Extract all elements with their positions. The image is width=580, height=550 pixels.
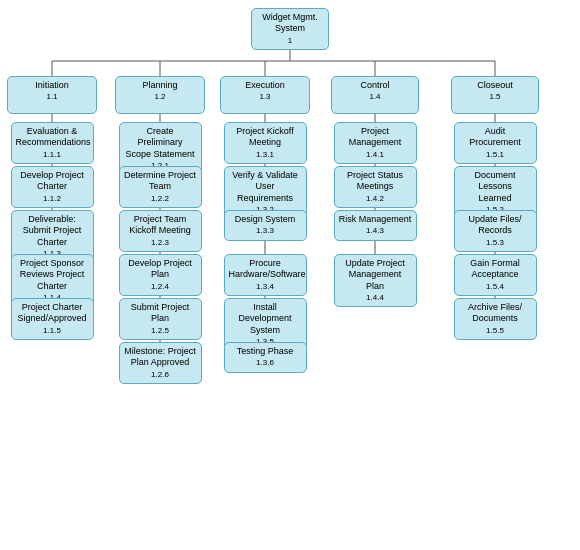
node-id: 1.3.4 — [256, 282, 274, 291]
node-id: 1.4.3 — [366, 226, 384, 235]
node-label: Update Files/ — [468, 214, 521, 224]
node-label: Develop Project — [128, 258, 192, 268]
node-id: 1.5 — [489, 92, 500, 101]
node-label: Design System — [235, 214, 296, 224]
node-label: Develop Project — [20, 170, 84, 180]
node-id: 1.2.4 — [151, 282, 169, 291]
node-id: 1.1.2 — [43, 194, 61, 203]
node-1.1.5: Project CharterSigned/Approved1.1.5 — [11, 298, 94, 340]
node-label: System — [250, 325, 280, 335]
node-label: Charter — [37, 281, 67, 291]
node-1.4.2: Project StatusMeetings1.4.2 — [334, 166, 417, 208]
node-id: 1.1.5 — [43, 326, 61, 335]
node-label: Execution — [245, 80, 285, 90]
node-id: 1.5.4 — [486, 282, 504, 291]
node-label: Determine Project — [124, 170, 196, 180]
node-label: Records — [478, 225, 512, 235]
node-label: Project — [361, 126, 389, 136]
node-1.5.3: Update Files/Records1.5.3 — [454, 210, 537, 252]
node-label: Meetings — [357, 181, 394, 191]
node-label: Project Sponsor — [20, 258, 84, 268]
node-id: 1.5.1 — [486, 150, 504, 159]
node-label: Reviews Project — [20, 269, 85, 279]
node-id: 1.5.5 — [486, 326, 504, 335]
node-1.3.3: Design System1.3.3 — [224, 210, 307, 241]
node-label: Scope Statement — [125, 149, 194, 159]
node-id: 1.2 — [154, 92, 165, 101]
node-label: Closeout — [477, 80, 513, 90]
node-id: 1.3 — [259, 92, 270, 101]
node-label: Recommendations — [16, 137, 91, 147]
node-1.2.5: Submit ProjectPlan1.2.5 — [119, 298, 202, 340]
node-label: Development — [238, 313, 291, 323]
node-label: Management Plan — [349, 269, 402, 290]
node-label: Project Team — [134, 214, 186, 224]
node-1.2: Planning1.2 — [115, 76, 205, 114]
node-label: Create Preliminary — [137, 126, 182, 147]
node-1.3.4: ProcureHardware/Software1.3.4 — [224, 254, 307, 296]
node-1.2.4: Develop ProjectPlan1.2.4 — [119, 254, 202, 296]
node-1.5: Closeout1.5 — [451, 76, 539, 114]
node-1.4: Control1.4 — [331, 76, 419, 114]
node-id: 1.2.6 — [151, 370, 169, 379]
node-1.1.1: Evaluation &Recommendations1.1.1 — [11, 122, 94, 164]
node-id: 1.3.6 — [256, 358, 274, 367]
node-id: 1.2.5 — [151, 326, 169, 335]
node-label: Submit Project — [131, 302, 190, 312]
node-label: Document Lessons — [474, 170, 515, 191]
node-1.3.6: Testing Phase1.3.6 — [224, 342, 307, 373]
node-1.2.3: Project TeamKickoff Meeting1.2.3 — [119, 210, 202, 252]
node-1.4.4: Update ProjectManagement Plan1.4.4 — [334, 254, 417, 307]
node-id: 1.1.1 — [43, 150, 61, 159]
node-label: Plan — [151, 313, 169, 323]
node-label: Planning — [142, 80, 177, 90]
node-id: 1.2.3 — [151, 238, 169, 247]
node-label: Learned — [478, 193, 511, 203]
node-label: Meeting — [249, 137, 281, 147]
org-chart: Widget Mgmt.System1Initiation1.1Planning… — [0, 0, 580, 550]
node-label: Initiation — [35, 80, 69, 90]
node-id: 1.3.1 — [256, 150, 274, 159]
node-label: Signed/Approved — [17, 313, 86, 323]
node-id: 1.4.2 — [366, 194, 384, 203]
node-label: Gain Formal — [470, 258, 520, 268]
node-label: Submit Project — [23, 225, 82, 235]
node-1.3: Execution1.3 — [220, 76, 310, 114]
node-label: Project Charter — [22, 302, 83, 312]
node-label: Control — [360, 80, 389, 90]
node-1.3.1: Project KickoffMeeting1.3.1 — [224, 122, 307, 164]
node-id: 1.4 — [369, 92, 380, 101]
node-1.5.4: Gain FormalAcceptance1.5.4 — [454, 254, 537, 296]
node-1.4.3: Risk Management1.4.3 — [334, 210, 417, 241]
node-label: Verify & Validate — [232, 170, 297, 180]
node-label: Charter — [37, 237, 67, 247]
node-label: Documents — [472, 313, 518, 323]
node-1.2.6: Milestone: ProjectPlan Approved1.2.6 — [119, 342, 202, 384]
node-label: System — [275, 23, 305, 33]
node-label: Plan — [151, 269, 169, 279]
node-1.1: Initiation1.1 — [7, 76, 97, 114]
node-id: 1.2.2 — [151, 194, 169, 203]
node-label: Widget Mgmt. — [262, 12, 318, 22]
node-label: Risk Management — [339, 214, 412, 224]
node-1.5.5: Archive Files/Documents1.5.5 — [454, 298, 537, 340]
node-id: 1.3.3 — [256, 226, 274, 235]
node-label: Acceptance — [471, 269, 518, 279]
node-id: 1 — [288, 36, 292, 45]
node-label: Archive Files/ — [468, 302, 522, 312]
node-id: 1.4.1 — [366, 150, 384, 159]
node-label: Management — [349, 137, 402, 147]
node-1.1.2: Develop ProjectCharter1.1.2 — [11, 166, 94, 208]
node-label: Project Kickoff — [236, 126, 293, 136]
node-label: Evaluation & — [27, 126, 78, 136]
node-label: Install — [253, 302, 277, 312]
node-label: Audit Procurement — [469, 126, 521, 147]
node-label: Charter — [37, 181, 67, 191]
node-id: 1.5.3 — [486, 238, 504, 247]
node-label: Team — [149, 181, 171, 191]
node-label: User Requirements — [237, 181, 293, 202]
node-label: Procure — [249, 258, 281, 268]
node-label: Project Status — [347, 170, 403, 180]
node-label: Milestone: Project — [124, 346, 196, 356]
node-1: Widget Mgmt.System1 — [251, 8, 329, 50]
